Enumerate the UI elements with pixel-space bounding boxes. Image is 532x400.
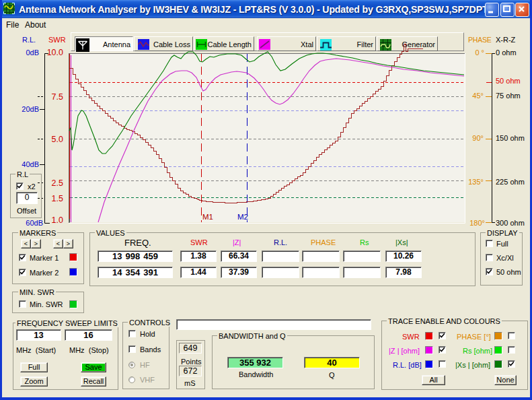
svg-text:M2: M2 (237, 213, 248, 221)
svg-text:M1: M1 (202, 213, 213, 221)
